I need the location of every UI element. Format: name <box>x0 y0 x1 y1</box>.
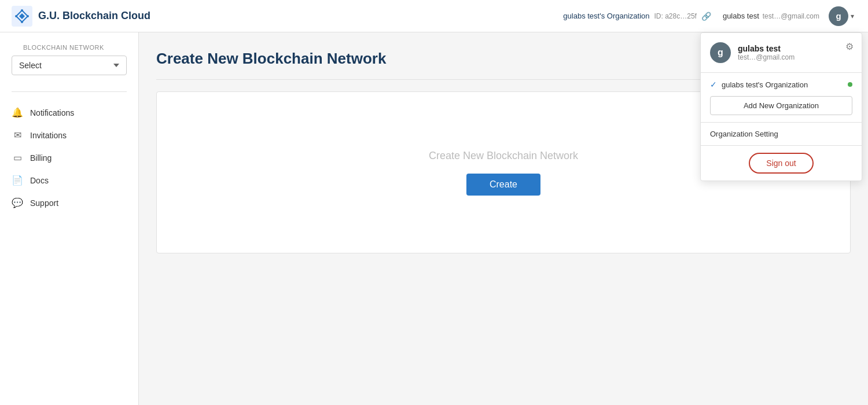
header: G.U. Blockchain Cloud gulabs test's Orga… <box>0 0 868 32</box>
gear-icon[interactable]: ⚙ <box>845 41 854 52</box>
svg-point-1 <box>15 15 17 17</box>
dropdown-user-info: gulabs test test…@gmail.com <box>738 44 852 61</box>
dropdown-user-email: test…@gmail.com <box>738 53 852 61</box>
logo: G.U. Blockchain Cloud <box>12 6 150 27</box>
sidebar-item-docs[interactable]: 📄 Docs <box>0 169 138 192</box>
user-menu-button[interactable]: g ▾ <box>826 4 856 28</box>
sidebar-support-label: Support <box>30 198 58 208</box>
sidebar-item-support[interactable]: 💬 Support <box>0 192 138 214</box>
invitation-icon: ✉ <box>12 130 23 141</box>
sidebar-nav: 🔔 Notifications ✉ Invitations ▭ Billing … <box>0 101 138 214</box>
sidebar-item-notifications[interactable]: 🔔 Notifications <box>0 101 138 124</box>
sidebar-section-label: Blockchain Network <box>12 44 127 56</box>
header-avatar: g <box>829 6 848 26</box>
header-user-name: gulabs test <box>723 12 759 20</box>
dropdown-org-section: ✓ gulabs test's Organization Add New Org… <box>701 73 862 123</box>
header-org-name: gulabs test's Organization <box>563 12 649 20</box>
sidebar-notifications-label: Notifications <box>30 108 74 117</box>
header-user-email: test…@gmail.com <box>763 12 819 20</box>
sidebar-docs-label: Docs <box>30 176 49 185</box>
header-org-id: ID: a28c…25f <box>654 12 697 20</box>
header-org-info: gulabs test's Organization ID: a28c…25f … <box>563 12 711 21</box>
create-button[interactable]: Create <box>466 174 540 196</box>
link-icon[interactable]: 🔗 <box>701 12 711 21</box>
dropdown-user-name: gulabs test <box>738 44 852 53</box>
docs-icon: 📄 <box>12 175 23 186</box>
sidebar-item-billing[interactable]: ▭ Billing <box>0 146 138 169</box>
logo-text: G.U. Blockchain Cloud <box>38 10 150 22</box>
sign-out-button[interactable]: Sign out <box>749 153 813 174</box>
dropdown-settings-section: Organization Setting <box>701 123 862 146</box>
header-user-info: gulabs test test…@gmail.com <box>723 12 819 20</box>
sidebar-divider <box>12 91 127 92</box>
sidebar-item-invitations[interactable]: ✉ Invitations <box>0 124 138 146</box>
chevron-down-icon: ▾ <box>851 12 854 20</box>
dropdown-header: g gulabs test test…@gmail.com ⚙ <box>701 33 862 73</box>
dropdown-org-name: gulabs test's Organization <box>722 80 843 89</box>
dropdown-signout-section: Sign out <box>701 146 862 181</box>
notification-icon: 🔔 <box>12 107 23 118</box>
sidebar-billing-label: Billing <box>30 153 52 163</box>
check-icon: ✓ <box>710 80 717 89</box>
sidebar: Blockchain Network Select 🔔 Notification… <box>0 32 139 405</box>
organization-setting-item[interactable]: Organization Setting <box>710 130 852 138</box>
logo-icon <box>12 6 32 27</box>
online-status-dot <box>848 82 852 87</box>
dropdown-org-item: ✓ gulabs test's Organization <box>710 80 852 89</box>
billing-icon: ▭ <box>12 152 23 163</box>
dropdown-avatar: g <box>710 42 731 63</box>
svg-point-4 <box>21 21 23 23</box>
card-placeholder-text: Create New Blockchain Network <box>429 150 578 162</box>
svg-point-3 <box>21 9 23 12</box>
svg-point-2 <box>27 15 29 17</box>
sidebar-network-section: Blockchain Network Select <box>0 44 138 87</box>
user-dropdown-menu: g gulabs test test…@gmail.com ⚙ ✓ gulabs… <box>700 32 862 181</box>
sidebar-invitations-label: Invitations <box>30 131 67 140</box>
add-new-organization-button[interactable]: Add New Organization <box>710 96 852 115</box>
support-icon: 💬 <box>12 197 23 208</box>
network-select[interactable]: Select <box>12 56 127 75</box>
